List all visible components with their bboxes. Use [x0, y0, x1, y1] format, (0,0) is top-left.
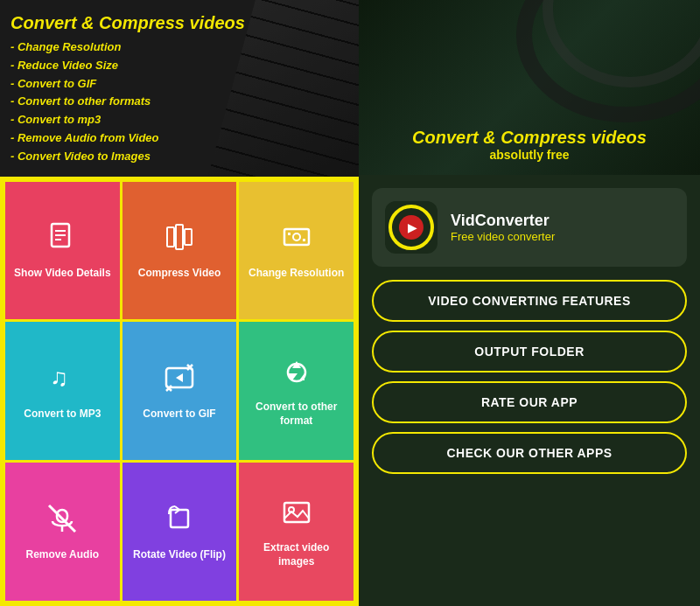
change-resolution-icon [280, 220, 313, 261]
right-header: Convert & Compress videos absolutly free [359, 0, 700, 175]
show-video-details-icon [46, 220, 79, 261]
logo-outer-ring: ▶ [388, 205, 434, 250]
grid-cell-convert-mp3[interactable]: ♫ Convert to MP3 [5, 322, 120, 460]
remove-audio-label: Remove Audio [26, 548, 100, 562]
change-resolution-label: Change Resolution [248, 267, 344, 281]
app-logo: ▶ [385, 201, 438, 254]
left-header: Convert & Compress videos Change Resolut… [0, 0, 359, 177]
feature-item: Remove Audio from Video [10, 129, 348, 148]
svg-rect-10 [303, 239, 305, 241]
app-card: ▶ VidConverter Free video converter [372, 188, 687, 267]
grid-cell-change-resolution[interactable]: Change Resolution [239, 182, 354, 320]
grid-cell-compress-video[interactable]: Compress Video [122, 182, 237, 320]
rotate-video-icon [163, 502, 196, 543]
remove-audio-icon [46, 502, 79, 543]
grid-cell-show-video-details[interactable]: Show Video Details [5, 182, 120, 320]
compress-video-label: Compress Video [138, 267, 220, 281]
menu-buttons-container: VIDEO CONVERTING FEATURESOUTPUT FOLDERRA… [359, 280, 700, 606]
convert-other-label: Convert to other format [244, 401, 348, 428]
extract-images-icon [280, 495, 313, 536]
svg-point-8 [293, 233, 300, 240]
svg-text:♫: ♫ [50, 364, 68, 391]
right-title-block: Convert & Compress videos absolutly free [412, 128, 647, 162]
grid-cell-rotate-video[interactable]: Rotate Video (Flip) [122, 463, 237, 601]
convert-mp3-icon: ♫ [46, 361, 79, 402]
rotate-video-label: Rotate Video (Flip) [133, 548, 226, 562]
svg-rect-5 [176, 225, 183, 249]
feature-item: Reduce Video Size [10, 57, 348, 75]
svg-rect-4 [167, 227, 174, 247]
show-video-details-label: Show Video Details [14, 267, 110, 281]
convert-gif-icon [163, 361, 196, 402]
extract-images-label: Extract video images [244, 541, 348, 568]
logo-inner-circle: ▶ [399, 215, 424, 240]
svg-rect-6 [185, 229, 192, 245]
left-panel: Convert & Compress videos Change Resolut… [0, 0, 359, 606]
convert-mp3-label: Convert to MP3 [24, 407, 101, 421]
right-subtitle: absolutly free [412, 148, 647, 162]
feature-item: Convert Video to Images [10, 148, 348, 166]
app-name: VidConverter [451, 212, 555, 230]
video-converting-features-button[interactable]: VIDEO CONVERTING FEATURES [372, 280, 687, 322]
app-tagline: Free video converter [451, 230, 555, 243]
app-info: VidConverter Free video converter [451, 212, 555, 243]
play-icon: ▶ [408, 220, 417, 234]
svg-rect-7 [284, 229, 309, 245]
feature-item: Change Resolution [10, 38, 348, 57]
rate-our-app-button[interactable]: RATE OUR APP [372, 381, 687, 423]
left-title: Convert & Compress videos [10, 13, 348, 33]
convert-other-icon [280, 354, 313, 395]
check-other-apps-button[interactable]: CHECK OUR OTHER APPS [372, 432, 687, 474]
feature-item: Convert to other formats [10, 93, 348, 111]
compress-video-icon [163, 220, 196, 261]
grid-cell-extract-images[interactable]: Extract video images [239, 463, 354, 601]
output-folder-button[interactable]: OUTPUT FOLDER [372, 331, 687, 373]
features-list: Change ResolutionReduce Video SizeConver… [10, 38, 348, 166]
svg-rect-17 [171, 510, 188, 527]
convert-gif-label: Convert to GIF [143, 407, 215, 421]
feature-item: Convert to GIF [10, 75, 348, 94]
features-grid: Show Video Details Compress Video Change… [0, 177, 359, 606]
right-panel: Convert & Compress videos absolutly free… [359, 0, 700, 606]
grid-cell-convert-other[interactable]: Convert to other format [239, 322, 354, 460]
feature-item: Convert to mp3 [10, 111, 348, 129]
grid-cell-remove-audio[interactable]: Remove Audio [5, 463, 120, 601]
right-main-title: Convert & Compress videos [412, 128, 647, 148]
grid-cell-convert-gif[interactable]: Convert to GIF [122, 322, 237, 460]
svg-rect-9 [288, 233, 290, 235]
